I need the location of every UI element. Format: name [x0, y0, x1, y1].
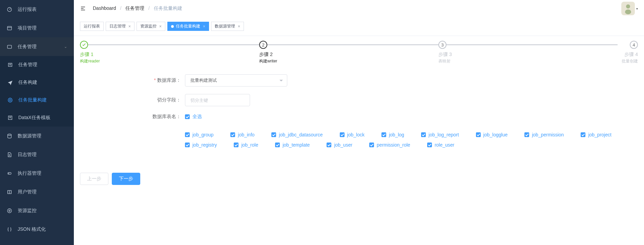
tab-label: 运行报表 [84, 23, 100, 29]
checkbox-label: job_registry [192, 142, 217, 148]
sidebar-item-dashboard[interactable]: 运行报表 [0, 0, 74, 19]
checkbox-label: job_jdbc_datasource [279, 132, 323, 137]
sidebar-sub-task-manage[interactable]: 任务管理 [0, 56, 74, 74]
checkbox-label: job_log [389, 132, 404, 137]
checkbox-table[interactable]: job_lock [340, 132, 365, 137]
caret-down-icon: ▾ [636, 7, 638, 11]
checkbox-table[interactable]: role_user [427, 142, 454, 148]
step-title: 步骤 2 [259, 52, 438, 58]
sidebar-item-log[interactable]: 日志管理 [0, 145, 74, 164]
project-icon [7, 25, 12, 31]
step-2: 2 步骤 2 构建writer [259, 41, 438, 64]
button-row: 上一步 下一步 [80, 173, 638, 185]
breadcrumb-item[interactable]: Dashboard [93, 5, 116, 11]
checkbox-table[interactable]: job_info [230, 132, 254, 137]
checkbox-icon [381, 132, 386, 137]
sidebar-item-user[interactable]: 用户管理 [0, 183, 74, 201]
tab-log[interactable]: 日志管理 × [106, 22, 134, 31]
json-icon [7, 227, 12, 232]
close-icon[interactable]: × [238, 24, 240, 29]
checkbox-table[interactable]: job_jdbc_datasource [271, 132, 323, 137]
close-icon[interactable]: × [128, 24, 131, 29]
batch-icon [7, 97, 13, 103]
checkbox-table[interactable]: job_template [275, 142, 310, 148]
tab-datasource[interactable]: 数据源管理 × [211, 22, 244, 31]
svg-point-7 [8, 134, 12, 135]
checkbox-table[interactable]: job_log [381, 132, 404, 137]
checkbox-icon [524, 132, 529, 137]
step-1: 步骤 1 构建reader [80, 41, 259, 64]
tab-dashboard[interactable]: 运行报表 [80, 22, 104, 31]
sidebar-item-label: 任务批量构建 [18, 97, 47, 103]
step-title: 步骤 4 [618, 52, 638, 58]
step-4: 4 步骤 4 批量创建 [618, 41, 638, 64]
step-title: 步骤 3 [438, 52, 618, 58]
svg-point-11 [9, 210, 10, 211]
checkbox-table[interactable]: job_role [234, 142, 258, 148]
hamburger-icon[interactable] [80, 5, 86, 12]
next-button[interactable]: 下一步 [112, 173, 140, 185]
checkbox-icon [185, 143, 190, 147]
tab-label: 资源监控 [140, 23, 157, 29]
sidebar-item-monitor[interactable]: 资源监控 [0, 201, 74, 220]
form-row-split: 切分字段： [80, 94, 638, 106]
split-input[interactable] [185, 94, 250, 106]
checkbox-table[interactable]: job_logglue [476, 132, 508, 137]
executor-icon [7, 171, 12, 176]
breadcrumb-item[interactable]: 任务管理 [125, 5, 144, 11]
step-desc: 表映射 [438, 58, 618, 64]
sidebar-item-task[interactable]: 任务管理 ⌄ [0, 37, 74, 56]
checkbox-table[interactable]: job_log_report [421, 132, 459, 137]
step-desc: 批量创建 [618, 58, 638, 64]
close-icon[interactable]: × [159, 24, 162, 29]
checkbox-table[interactable]: permission_role [369, 142, 410, 148]
sidebar-item-label: JSON 格式化 [18, 226, 46, 232]
sidebar-sub-task-batch[interactable]: 任务批量构建 [0, 91, 74, 109]
checkbox-table[interactable]: job_permission [524, 132, 564, 137]
sidebar-item-executor[interactable]: 执行器管理 [0, 164, 74, 183]
sidebar-item-json[interactable]: JSON 格式化 [0, 220, 74, 239]
tables-checkbox-group: job_groupjob_infojob_jdbc_datasourcejob_… [185, 132, 638, 152]
checkbox-table[interactable]: job_user [327, 142, 352, 148]
checkbox-label: job_permission [532, 132, 564, 137]
checkbox-table[interactable]: job_project [581, 132, 611, 137]
step-line [267, 44, 438, 45]
checkbox-icon [427, 143, 432, 147]
checkbox-table[interactable]: job_group [185, 132, 213, 137]
checkbox-icon [185, 132, 190, 137]
sidebar-sub-datax-template[interactable]: DataX任务模板 [0, 109, 74, 127]
tab-batch-build[interactable]: 任务批量构建 × [167, 22, 209, 31]
chevron-down-icon: ⌄ [64, 44, 67, 49]
svg-point-12 [7, 209, 12, 213]
checkbox-select-all[interactable]: 全选 [185, 114, 202, 120]
source-select[interactable]: 批量构建测试 [185, 74, 287, 87]
close-icon[interactable]: × [203, 24, 205, 29]
select-all-wrap: 全选 [185, 114, 202, 125]
sidebar-item-label: 任务构建 [18, 79, 37, 86]
tab-label: 数据源管理 [215, 23, 235, 29]
sidebar-item-label: 运行报表 [18, 6, 37, 13]
prev-button[interactable]: 上一步 [80, 173, 108, 185]
tab-label: 日志管理 [109, 23, 126, 29]
checkbox-label: job_project [588, 132, 611, 137]
checkbox-table[interactable]: job_registry [185, 142, 217, 148]
tab-monitor[interactable]: 资源监控 × [137, 22, 165, 31]
sidebar-item-label: 项目管理 [18, 25, 37, 31]
log-icon [7, 152, 12, 157]
checkbox-label: role_user [435, 142, 454, 148]
header: Dashboard / 任务管理 / 任务批量构建 ▾ [74, 0, 644, 17]
breadcrumb-sep: / [148, 5, 150, 11]
checkbox-label: job_lock [347, 132, 365, 137]
sidebar-sub-task-build[interactable]: 任务构建 [0, 74, 74, 91]
sidebar-item-label: 任务管理 [18, 44, 37, 50]
sidebar-item-datasource[interactable]: 数据源管理 [0, 127, 74, 145]
step-desc: 构建writer [259, 58, 438, 64]
svg-rect-1 [7, 26, 12, 30]
template-icon [7, 115, 13, 120]
breadcrumb: Dashboard / 任务管理 / 任务批量构建 [93, 5, 621, 12]
checkbox-icon [234, 143, 238, 147]
sidebar-item-project[interactable]: 项目管理 [0, 19, 74, 37]
content: 步骤 1 构建reader 2 步骤 2 构建writer 3 步骤 3 表映射 [74, 36, 644, 245]
user-icon [7, 189, 12, 195]
user-menu[interactable]: ▾ [621, 2, 638, 15]
